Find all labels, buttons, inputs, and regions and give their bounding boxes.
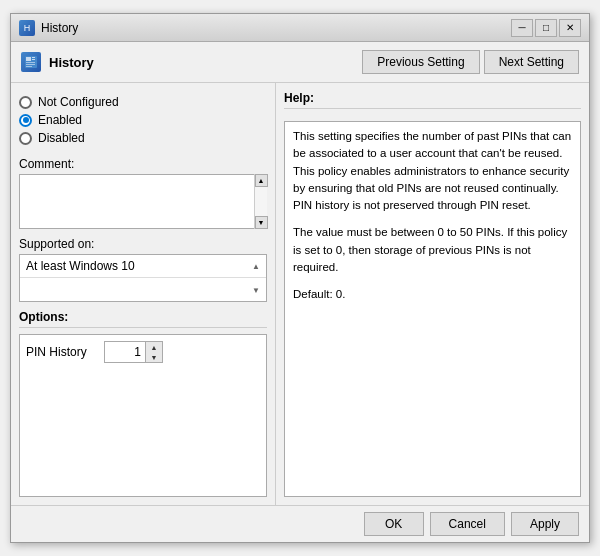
supported-arrow-up: ▲ [252,262,260,271]
setting-title-text: History [49,55,94,70]
help-para-2: The value must be between 0 to 50 PINs. … [293,224,572,276]
radio-group: Not Configured Enabled Disabled [19,91,267,149]
top-bar: History Previous Setting Next Setting [11,42,589,83]
bottom-bar: OK Cancel Apply [11,505,589,542]
supported-text-row: At least Windows 10 ▲ [20,255,266,277]
spinner-up-button[interactable]: ▲ [146,342,162,352]
help-para-3: Default: 0. [293,286,572,303]
window-icon: H [19,20,35,36]
supported-arrow-down: ▼ [252,286,260,295]
svg-rect-2 [32,57,35,58]
scroll-up-arrow[interactable]: ▲ [255,174,268,187]
radio-enabled-label: Enabled [38,113,82,127]
radio-disabled[interactable]: Disabled [19,131,267,145]
title-bar-left: H History [19,20,78,36]
supported-bottom: ▼ [20,277,266,297]
spinner-down-button[interactable]: ▼ [146,352,162,362]
help-header: Help: [284,91,581,109]
supported-section: Supported on: At least Windows 10 ▲ ▼ [19,237,267,302]
next-setting-button[interactable]: Next Setting [484,50,579,74]
spinner-buttons: ▲ ▼ [145,342,162,362]
close-button[interactable]: ✕ [559,19,581,37]
supported-value: At least Windows 10 [26,259,135,273]
comment-label: Comment: [19,157,267,171]
radio-not-configured[interactable]: Not Configured [19,95,267,109]
title-controls: ─ □ ✕ [511,19,581,37]
options-header: Options: [19,310,267,328]
main-window: H History ─ □ ✕ [10,13,590,543]
prev-setting-button[interactable]: Previous Setting [362,50,479,74]
help-para-1: This setting specifies the number of pas… [293,128,572,214]
window-title: History [41,21,78,35]
ok-button[interactable]: OK [364,512,424,536]
radio-not-configured-label: Not Configured [38,95,119,109]
options-section: Options: PIN History 1 ▲ ▼ [19,310,267,497]
pin-history-input[interactable]: 1 [105,342,145,362]
dialog-content: History Previous Setting Next Setting No… [11,42,589,542]
nav-buttons: Previous Setting Next Setting [362,50,579,74]
cancel-button[interactable]: Cancel [430,512,505,536]
main-content: Not Configured Enabled Disabled Comment: [11,83,589,505]
right-panel: Help: This setting specifies the number … [276,83,589,505]
radio-disabled-input[interactable] [19,132,32,145]
svg-rect-6 [26,66,32,67]
maximize-button[interactable]: □ [535,19,557,37]
svg-rect-4 [26,62,35,63]
radio-enabled[interactable]: Enabled [19,113,267,127]
history-icon [24,55,38,69]
comment-scrollbar: ▲ ▼ [254,174,267,229]
supported-label: Supported on: [19,237,267,251]
title-bar: H History ─ □ ✕ [11,14,589,42]
help-box: This setting specifies the number of pas… [284,121,581,497]
comment-section: Comment: ▲ ▼ [19,157,267,229]
pin-history-label: PIN History [26,345,96,359]
supported-box: At least Windows 10 ▲ ▼ [19,254,267,302]
apply-button[interactable]: Apply [511,512,579,536]
setting-icon [21,52,41,72]
radio-not-configured-input[interactable] [19,96,32,109]
pin-history-row: PIN History 1 ▲ ▼ [26,341,260,363]
svg-rect-1 [26,57,31,61]
scroll-down-arrow[interactable]: ▼ [255,216,268,229]
options-box: PIN History 1 ▲ ▼ [19,334,267,497]
comment-wrapper: ▲ ▼ [19,174,267,229]
svg-rect-3 [32,59,35,60]
radio-disabled-label: Disabled [38,131,85,145]
setting-title-area: History [21,52,362,72]
comment-textarea[interactable] [19,174,254,229]
radio-enabled-input[interactable] [19,114,32,127]
svg-rect-5 [26,64,35,65]
left-panel: Not Configured Enabled Disabled Comment: [11,83,276,505]
pin-history-spinner[interactable]: 1 ▲ ▼ [104,341,163,363]
minimize-button[interactable]: ─ [511,19,533,37]
